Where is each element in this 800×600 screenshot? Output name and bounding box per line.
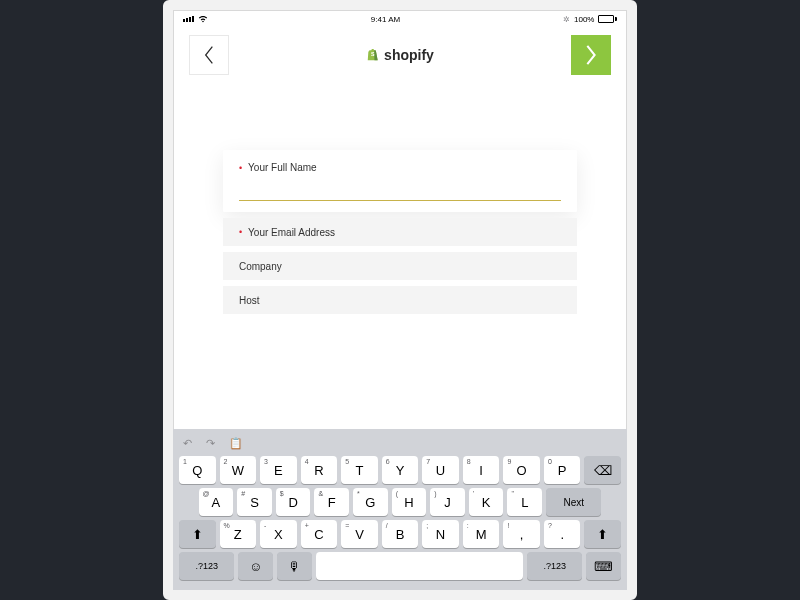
key-.?123[interactable]: .?123 (179, 552, 234, 580)
key-⌨[interactable]: ⌨ (586, 552, 621, 580)
back-button[interactable] (189, 35, 229, 75)
key-r[interactable]: 4R (301, 456, 338, 484)
key-f[interactable]: &F (314, 488, 349, 516)
key-g[interactable]: *G (353, 488, 388, 516)
key-v[interactable]: =V (341, 520, 378, 548)
keyboard-toolbar: ↶ ↷ 📋 (179, 435, 621, 456)
key-next[interactable]: Next (546, 488, 601, 516)
onscreen-keyboard: ↶ ↷ 📋 1Q2W3E4R5T6Y7U8I9O0P⌫ @A#S$D&F*G(H… (173, 429, 627, 590)
status-time: 9:41 AM (371, 15, 400, 24)
form-content: •Your Full Name •Your Email Address Comp… (173, 80, 627, 429)
key-o[interactable]: 9O (503, 456, 540, 484)
key- [interactable] (316, 552, 524, 580)
key-j[interactable]: )J (430, 488, 465, 516)
company-field[interactable]: Company (223, 252, 577, 280)
key-.[interactable]: ?. (544, 520, 581, 548)
key-n[interactable]: ;N (422, 520, 459, 548)
key-q[interactable]: 1Q (179, 456, 216, 484)
key-w[interactable]: 2W (220, 456, 257, 484)
key-s[interactable]: #S (237, 488, 272, 516)
signal-icon (183, 16, 194, 22)
shopify-bag-icon: S (366, 48, 380, 62)
key-☺[interactable]: ☺ (238, 552, 273, 580)
fullname-field[interactable]: •Your Full Name (223, 150, 577, 212)
key-.?123[interactable]: .?123 (527, 552, 582, 580)
fullname-input[interactable] (239, 187, 561, 201)
key-i[interactable]: 8I (463, 456, 500, 484)
chevron-right-icon (583, 44, 599, 66)
nav-bar: S shopify (173, 30, 627, 80)
ipad-frame: 9:41 AM ✲ 100% S shopify •Your Full Name… (163, 0, 637, 600)
key-⬆[interactable]: ⬆ (179, 520, 216, 548)
chevron-left-icon (202, 45, 216, 65)
key-k[interactable]: 'K (469, 488, 504, 516)
key-m[interactable]: :M (463, 520, 500, 548)
key-a[interactable]: @A (199, 488, 234, 516)
paste-icon[interactable]: 📋 (229, 437, 243, 450)
host-field[interactable]: Host (223, 286, 577, 314)
key-t[interactable]: 5T (341, 456, 378, 484)
company-label: Company (239, 261, 282, 272)
key-u[interactable]: 7U (422, 456, 459, 484)
key-y[interactable]: 6Y (382, 456, 419, 484)
brand-logo: S shopify (366, 47, 434, 63)
host-label: Host (239, 295, 260, 306)
next-button[interactable] (571, 35, 611, 75)
key-x[interactable]: -X (260, 520, 297, 548)
key-h[interactable]: (H (392, 488, 427, 516)
brand-name: shopify (384, 47, 434, 63)
undo-icon[interactable]: ↶ (183, 437, 192, 450)
key-b[interactable]: /B (382, 520, 419, 548)
key-e[interactable]: 3E (260, 456, 297, 484)
fullname-label: Your Full Name (248, 162, 317, 173)
key-🎙[interactable]: 🎙 (277, 552, 312, 580)
wifi-icon (198, 15, 208, 23)
redo-icon[interactable]: ↷ (206, 437, 215, 450)
key-⬆[interactable]: ⬆ (584, 520, 621, 548)
key-l[interactable]: "L (507, 488, 542, 516)
svg-text:S: S (371, 51, 375, 57)
key-,[interactable]: !, (503, 520, 540, 548)
required-marker: • (239, 163, 242, 173)
battery-icon (598, 15, 617, 23)
key-z[interactable]: %Z (220, 520, 257, 548)
status-bar: 9:41 AM ✲ 100% (173, 10, 627, 26)
key-⌫[interactable]: ⌫ (584, 456, 621, 484)
required-marker: • (239, 227, 242, 237)
email-field[interactable]: •Your Email Address (223, 218, 577, 246)
battery-pct: 100% (574, 15, 594, 24)
key-d[interactable]: $D (276, 488, 311, 516)
email-label: Your Email Address (248, 227, 335, 238)
key-p[interactable]: 0P (544, 456, 581, 484)
bluetooth-icon: ✲ (563, 15, 570, 24)
key-c[interactable]: +C (301, 520, 338, 548)
